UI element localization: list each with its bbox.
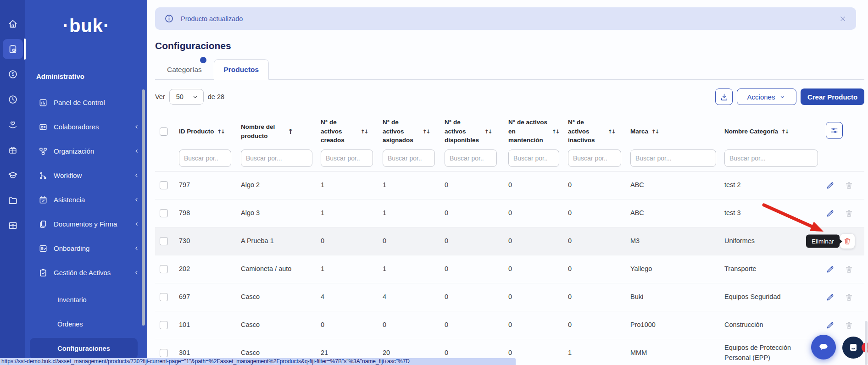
filter-input-creados[interactable] [321,149,373,167]
tab-bar: CategoríasProductos [155,59,864,80]
buk-logo[interactable]: ·buk· [25,16,147,36]
sidebar-item-colaboradores[interactable]: Colaboradores [25,115,147,139]
edit-button[interactable] [825,321,835,330]
cell-disponibles: 0 [443,180,506,190]
row-checkbox[interactable] [160,209,168,217]
filter-input-categoria[interactable] [724,149,818,167]
cell-mantencion: 0 [506,348,566,358]
rail-item-clipboard-clock[interactable] [3,39,23,59]
cell-categoria: test 3 [723,208,821,218]
row-checkbox[interactable] [160,321,168,329]
column-header-label: Nombre Categoría [724,127,778,136]
rail-item-clock[interactable] [3,89,23,110]
acciones-button[interactable]: Acciones [737,88,796,105]
delete-button[interactable] [844,265,853,274]
download-button[interactable] [715,88,733,105]
column-header-inactivos[interactable]: N° de activos inactivos↑↓ [566,118,629,145]
tab-productos[interactable]: Productos [214,59,269,80]
sort-icon: ↑↓ [361,128,367,135]
page-size-select[interactable]: 50 [169,89,204,105]
sidebar-item-onboarding[interactable]: Onboarding [25,236,147,260]
filter-input-asignados[interactable] [383,149,435,167]
onboarding-icon [39,244,48,253]
page-scrollbar[interactable] [865,321,868,365]
sort-icon: ↑↓ [781,128,788,135]
edit-button[interactable] [825,209,835,218]
row-checkbox[interactable] [160,181,168,189]
chevron-left-icon [133,123,140,130]
sidebar-subitem-configuraciones[interactable]: Configuraciones [30,338,138,359]
select-all-checkbox[interactable] [160,127,168,136]
row-checkbox[interactable] [160,349,168,357]
rail-item-home[interactable] [3,14,23,34]
edit-button[interactable] [825,293,835,302]
rail-item-dollar[interactable]: $ [3,64,23,84]
cell-id: 697 [177,292,239,302]
trash-icon [845,321,853,330]
cell-id: 730 [177,236,239,246]
sidebar-subnav: InventarioÓrdenesConfiguraciones [25,288,147,360]
sidebar-item-gestion-de-activos[interactable]: Gestión de Activos [25,260,147,285]
row-checkbox[interactable] [160,265,168,273]
rail-item-drawer[interactable] [3,216,23,236]
cell-creados: 0 [319,320,381,330]
sidebar-section-label: Administrativo [36,72,84,80]
column-header-asignados[interactable]: N° de activos asignados↑↓ [381,118,443,145]
close-icon[interactable] [839,15,847,23]
row-checkbox[interactable] [160,293,168,301]
rail-item-graduation-cap[interactable] [3,165,23,185]
toolbar: Ver 50 de 28 Acciones Crear Producto [155,88,864,105]
tab-categorias[interactable]: Categorías [155,59,214,80]
rail-item-folder[interactable] [3,190,23,210]
pencil-icon [826,265,835,274]
filter-input-mantencion[interactable] [508,149,559,167]
speech-bubble-icon [818,341,829,353]
sidebar-item-workflow[interactable]: Workflow [25,163,147,188]
column-header-mantencion[interactable]: N° de activos en mantención↑↓ [506,118,566,145]
filter-input-nombre[interactable] [241,149,312,167]
sidebar-scrollbar[interactable] [142,89,145,326]
sidebar-item-documentos-y-firma[interactable]: Documentos y Firma [25,212,147,236]
row-checkbox[interactable] [160,237,168,245]
column-header-marca[interactable]: Marca↑↓ [629,127,723,136]
cell-id: 798 [177,208,239,218]
column-header-categoria[interactable]: Nombre Categoría↑↓ [723,127,821,136]
rail-item-gift-box[interactable] [3,140,23,160]
column-header-creados[interactable]: N° de activos creados↑↓ [319,118,381,145]
sidebar-subitem-ordenes[interactable]: Órdenes [25,312,147,336]
chat-button[interactable] [811,335,836,359]
edit-button[interactable] [825,181,835,190]
status-url-bar: https://sst-demo.buk.cl/asset_management… [0,358,516,365]
support-widget-button[interactable]: 1 [842,337,864,359]
sidebar-item-asistencia[interactable]: Asistencia [25,188,147,212]
sidebar-item-organizacion[interactable]: Organización [25,139,147,163]
clipboard-check-icon [39,268,48,277]
cell-mantencion: 0 [506,236,566,246]
column-header-nombre[interactable]: Nombre del producto↑ [239,122,319,140]
pencil-icon [826,181,835,190]
cell-inactivos: 0 [566,208,629,218]
delete-button[interactable] [844,209,853,218]
trash-icon [845,209,853,218]
cell-categoria: Equipos Seguridad [723,292,821,302]
crear-producto-button[interactable]: Crear Producto [801,88,864,105]
column-header-label: N° de activos inactivos [568,118,605,145]
cell-inactivos: 0 [566,292,629,302]
rail-item-hand-heart[interactable] [3,115,23,135]
sidebar-item-panel-de-control[interactable]: Panel de Control [25,90,147,115]
delete-button[interactable] [844,293,853,302]
edit-button[interactable] [825,265,835,274]
delete-button[interactable] [844,181,853,190]
sidebar-subitem-inventario[interactable]: Inventario [25,288,147,312]
filter-input-marca[interactable] [630,149,716,167]
filter-input-inactivos[interactable] [568,149,621,167]
column-header-id[interactable]: ID Producto↑↓ [177,127,239,136]
delete-button[interactable] [844,321,853,330]
filter-input-id[interactable] [179,149,231,167]
column-settings-button[interactable] [826,122,843,139]
acciones-label: Acciones [747,93,775,101]
column-header-disponibles[interactable]: N° de activos disponibles↑↓ [443,118,506,145]
filter-input-disponibles[interactable] [445,149,497,167]
delete-button[interactable] [840,234,855,249]
products-table: ID Producto↑↓Nombre del producto↑N° de a… [155,114,864,365]
